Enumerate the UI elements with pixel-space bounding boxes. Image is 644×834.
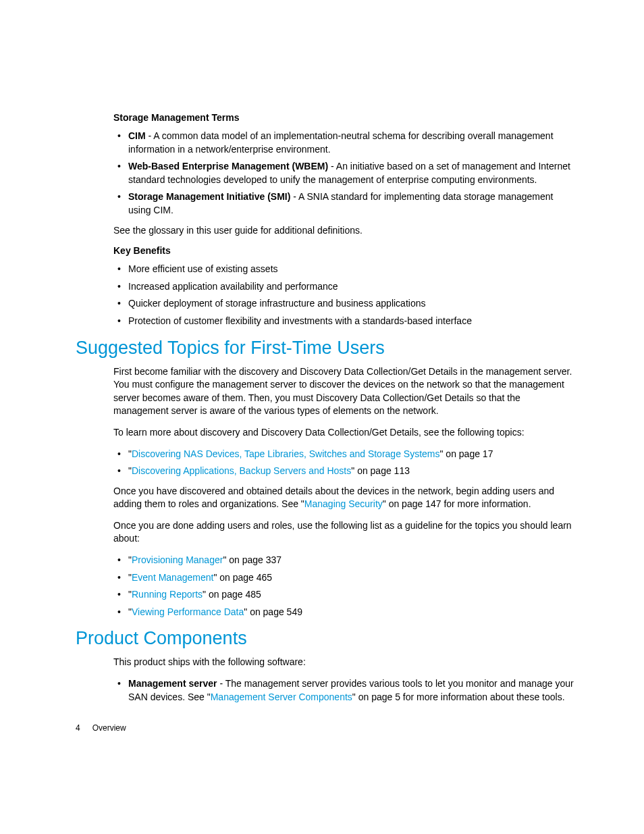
subheading-storage-terms: Storage Management Terms — [113, 112, 576, 123]
page-number: 4 — [76, 723, 80, 733]
link-running-reports[interactable]: Running Reports — [132, 589, 203, 600]
list-item: Quicker deployment of storage infrastruc… — [128, 297, 576, 311]
topics-list-1: "Discovering NAS Devices, Tape Libraries… — [113, 448, 576, 478]
glossary-note: See the glossary in this user guide for … — [113, 224, 576, 238]
list-item: More efficient use of existing assets — [128, 263, 576, 276]
paragraph: Once you are done adding users and roles… — [113, 519, 576, 546]
list-item: Management server - The management serve… — [128, 677, 576, 704]
list-item: Protection of customer flexibility and i… — [128, 315, 576, 328]
link-discovering-nas[interactable]: Discovering NAS Devices, Tape Libraries,… — [132, 448, 440, 459]
list-item: Increased application availability and p… — [128, 280, 576, 294]
topics-list-2: "Provisioning Manager" on page 337 "Even… — [113, 554, 576, 619]
components-list: Management server - The management serve… — [113, 677, 576, 704]
list-item: Web-Based Enterprise Management (WBEM) -… — [128, 160, 576, 186]
paragraph: This product ships with the following so… — [113, 656, 576, 669]
footer-section: Overview — [92, 723, 126, 733]
heading-suggested-topics: Suggested Topics for First-Time Users — [76, 338, 576, 359]
benefits-list: More efficient use of existing assets In… — [113, 263, 576, 328]
terms-list: CIM - A common data model of an implemen… — [113, 130, 576, 217]
subheading-key-benefits: Key Benefits — [113, 245, 576, 256]
heading-product-components: Product Components — [76, 628, 576, 649]
paragraph: First become familiar with the discovery… — [113, 365, 576, 418]
paragraph: Once you have discovered and obtained de… — [113, 485, 576, 511]
link-management-server-components[interactable]: Management Server Components — [211, 692, 352, 702]
list-item: Storage Management Initiative (SMI) - A … — [128, 190, 576, 217]
link-managing-security[interactable]: Managing Security — [304, 498, 383, 509]
link-provisioning-manager[interactable]: Provisioning Manager — [132, 554, 223, 565]
list-item: CIM - A common data model of an implemen… — [128, 130, 576, 156]
page-footer: 4Overview — [76, 723, 126, 733]
link-event-management[interactable]: Event Management — [132, 572, 213, 583]
list-item: "Viewing Performance Data" on page 549 — [128, 606, 576, 619]
list-item: "Running Reports" on page 485 — [128, 588, 576, 602]
list-item: "Discovering NAS Devices, Tape Libraries… — [128, 448, 576, 461]
list-item: "Provisioning Manager" on page 337 — [128, 554, 576, 567]
list-item: "Event Management" on page 465 — [128, 571, 576, 585]
paragraph: To learn more about discovery and Discov… — [113, 426, 576, 440]
list-item: "Discovering Applications, Backup Server… — [128, 465, 576, 478]
link-discovering-apps[interactable]: Discovering Applications, Backup Servers… — [132, 465, 351, 476]
link-viewing-performance[interactable]: Viewing Performance Data — [132, 606, 244, 617]
